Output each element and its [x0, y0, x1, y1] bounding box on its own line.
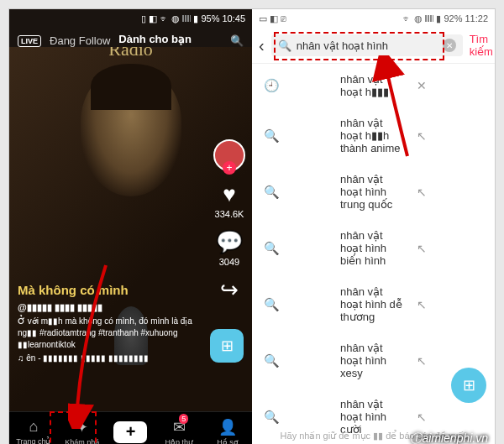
search-bar: ‹ 🔍 ✕ Tìm kiếm	[252, 28, 495, 64]
nav-profile[interactable]: 👤Hồ sơ	[203, 412, 252, 444]
search-icon: 🔍	[264, 185, 330, 200]
suggestion-row[interactable]: 🔍nhân vật hoạt hình trung quốc↖	[252, 164, 495, 220]
channel-overlay: Radio	[108, 47, 153, 60]
search-icon: 🔍	[264, 297, 330, 312]
clear-icon[interactable]: ✕	[443, 39, 456, 52]
grid-fab[interactable]: ⊞	[451, 368, 486, 403]
insert-icon[interactable]: ↖	[417, 410, 483, 424]
suggestion-row[interactable]: 🔍nhân vật hoạt hình biến hình↖	[252, 220, 495, 276]
like-button[interactable]: ♥334.6K	[215, 181, 244, 219]
clock-icon: 🕘	[264, 78, 330, 93]
suggestion-row[interactable]: 🔍nhân vật hoạt hình dễ thương↖	[252, 276, 495, 332]
author-avatar[interactable]	[213, 139, 245, 171]
close-icon[interactable]: ✕	[417, 79, 483, 92]
search-icon: 🔍	[264, 410, 330, 425]
search-icon: 🔍	[264, 353, 330, 368]
bottom-nav: ⌂Trang chủ ✦Khám phá + ✉Hộp thư5 👤Hồ sơ	[9, 411, 252, 444]
tiktok-search-screen: ▭ ◧ ⎚ ᯤ◍▮ 92% 11:22 ‹ 🔍 ✕ Tìm kiếm 🕘nhân…	[252, 9, 495, 444]
insert-icon[interactable]: ↖	[417, 242, 483, 255]
nav-home[interactable]: ⌂Trang chủ	[9, 412, 58, 444]
grid-fab[interactable]: ⊞	[210, 329, 244, 363]
search-input-container[interactable]: 🔍 ✕	[271, 34, 463, 56]
video-area[interactable]: Radio Tâm Trạng ♥334.6K 💬3049 ↪ Mà không…	[9, 47, 252, 411]
action-sidebar: ♥334.6K 💬3049 ↪	[213, 139, 245, 303]
caption: Mà không có mình @▮▮▮▮▮ ▮▮▮▮ ▮▮▮▮▮ Ở với…	[18, 283, 202, 363]
tiktok-feed-screen: ▯◧ᯤ◍▮ 95% 10:45 LIVE Đang Follow Dành ch…	[9, 9, 252, 444]
status-bar: ▯◧ᯤ◍▮ 95% 10:45	[9, 9, 252, 28]
nav-create[interactable]: +	[107, 412, 155, 444]
insert-icon[interactable]: ↖	[417, 185, 483, 199]
search-icon: 🔍	[278, 39, 291, 52]
live-icon[interactable]: LIVE	[18, 35, 41, 47]
search-icon: 🔍	[264, 128, 330, 144]
search-icon: 🔍	[264, 241, 330, 256]
insert-icon[interactable]: ↖	[417, 354, 483, 368]
nav-discover[interactable]: ✦Khám phá	[58, 412, 107, 444]
search-icon[interactable]: 🔍	[230, 34, 244, 47]
status-bar: ▭ ◧ ⎚ ᯤ◍▮ 92% 11:22	[252, 9, 495, 28]
suggestion-row[interactable]: 🔍nhân vật hoạt h▮▮h thành anime↖	[252, 107, 495, 164]
share-button[interactable]: ↪	[220, 277, 239, 303]
insert-icon[interactable]: ↖	[417, 298, 483, 311]
nav-inbox[interactable]: ✉Hộp thư5	[155, 412, 203, 444]
watermark: ⓣaimienphi.vn	[410, 431, 488, 444]
search-input[interactable]	[297, 39, 438, 52]
comment-button[interactable]: 💬3049	[216, 229, 243, 267]
sound-info[interactable]: ♫ ên - ▮▮▮▮▮▮▮ ▮▮▮▮▮ ▮▮▮▮▮▮▮▮	[18, 353, 202, 363]
suggestion-row[interactable]: 🕘nhân vật hoạt h▮▮▮✕	[252, 64, 495, 107]
insert-icon[interactable]: ↖	[417, 129, 483, 143]
tab-following[interactable]: Đang Follow	[50, 34, 110, 47]
back-icon[interactable]: ‹	[259, 36, 265, 55]
search-button[interactable]: Tìm kiếm	[470, 33, 493, 58]
